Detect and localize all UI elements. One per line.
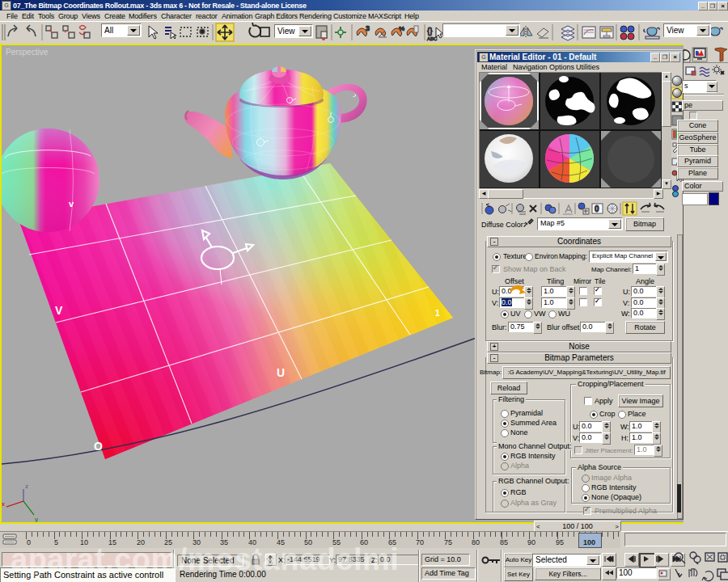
svg-text:y: y	[35, 516, 38, 522]
svg-text:U: U	[277, 366, 285, 379]
svg-text:%: %	[399, 25, 404, 32]
svg-text:ABC: ABC	[427, 36, 438, 41]
svg-text:0: 0	[595, 205, 599, 213]
svg-text:3: 3	[366, 24, 370, 32]
svg-text:O: O	[94, 440, 103, 453]
svg-text:z: z	[25, 483, 28, 490]
svg-text:Perspective: Perspective	[6, 48, 49, 57]
svg-text:V: V	[55, 304, 63, 317]
svg-text:{}: {}	[427, 27, 433, 36]
svg-text:1: 1	[435, 309, 440, 318]
svg-text:x: x	[2, 500, 5, 508]
svg-text:v: v	[69, 199, 74, 209]
